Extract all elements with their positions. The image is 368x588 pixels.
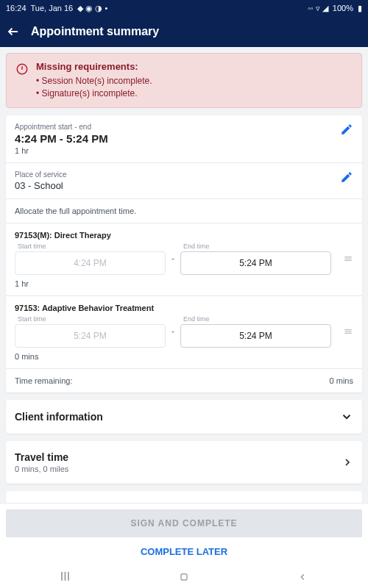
end-time-field[interactable]: 5:24 PM (180, 251, 331, 275)
service-title: 97153: Adaptive Behavior Treatment (15, 304, 353, 312)
dash: - (171, 254, 174, 264)
service-title: 97153(M): Direct Therapy (15, 231, 353, 240)
appointment-range: 4:24 PM - 5:24 PM (15, 132, 108, 145)
alert-item: • Session Note(s) incomplete. (36, 75, 152, 87)
appointment-duration: 1 hr (15, 146, 108, 155)
svg-rect-1 (181, 574, 187, 580)
arrow-left-icon (7, 25, 20, 38)
service-row: 97153: Adaptive Behavior Treatment Start… (6, 295, 362, 368)
pencil-icon (340, 123, 353, 136)
time-remaining-label: Time remaining: (15, 376, 72, 385)
pos-value: 03 - School (15, 180, 67, 191)
status-date: Tue, Jan 16 (31, 4, 74, 12)
status-battery: 100% (333, 4, 353, 12)
page-title: Appointment summary (31, 25, 159, 38)
client-info-title: Client information (15, 411, 103, 423)
appointment-range-label: Appointment start - end (15, 123, 108, 131)
back-button[interactable] (6, 24, 21, 39)
drag-handle-icon[interactable] (343, 254, 353, 264)
time-remaining-value: 0 mins (330, 376, 353, 385)
drag-handle-icon[interactable] (343, 326, 353, 337)
allocate-text: Allocate the full appointment time. (15, 207, 353, 215)
footer: SIGN AND COMPLETE COMPLETE LATER III (0, 503, 368, 588)
pos-label: Place of service (15, 171, 67, 179)
client-info-card[interactable]: Client information (6, 400, 362, 434)
start-time-field[interactable]: 4:24 PM (15, 251, 166, 275)
travel-title: Travel time (15, 451, 68, 463)
end-time-field[interactable]: 5:24 PM (180, 324, 331, 348)
chevron-right-icon (342, 456, 353, 468)
home-button[interactable] (179, 572, 189, 582)
android-status-bar: 16:24 Tue, Jan 16 ◆ ◉ ◑ • ◦◦ ▿ ◢ 100% ▮ (0, 0, 368, 16)
start-label: Start time (18, 243, 166, 250)
chevron-down-icon (340, 410, 353, 423)
back-nav-button[interactable] (297, 572, 308, 582)
status-signal-icon: ◦◦ ▿ ◢ (308, 4, 328, 13)
end-label: End time (183, 315, 331, 323)
status-app-icons: ◆ ◉ ◑ • (77, 4, 107, 13)
end-label: End time (183, 243, 331, 250)
alert-title: Missing requirements: (36, 61, 152, 72)
warning-icon (15, 62, 29, 100)
sign-complete-button: SIGN AND COMPLETE (6, 509, 362, 537)
service-duration: 0 mins (15, 352, 353, 361)
service-duration: 1 hr (15, 279, 353, 288)
edit-time-button[interactable] (340, 123, 353, 136)
dash: - (171, 326, 174, 337)
battery-icon: ▮ (358, 4, 362, 13)
recent-apps-button[interactable]: III (60, 570, 70, 584)
pencil-icon (340, 171, 353, 184)
start-label: Start time (18, 315, 166, 323)
missing-requirements-alert: Missing requirements: • Session Note(s) … (6, 53, 362, 108)
appointment-card: Appointment start - end 4:24 PM - 5:24 P… (6, 115, 362, 392)
status-time: 16:24 (6, 4, 26, 12)
start-time-field[interactable]: 5:24 PM (15, 324, 166, 348)
alert-item: • Signature(s) incomplete. (36, 87, 152, 100)
travel-time-card[interactable]: Travel time 0 mins, 0 miles (6, 441, 362, 484)
app-bar: Appointment summary (0, 16, 368, 47)
travel-sub: 0 mins, 0 miles (15, 465, 68, 473)
service-row: 97153(M): Direct Therapy Start time 4:24… (6, 223, 362, 295)
edit-pos-button[interactable] (340, 171, 353, 184)
complete-later-button[interactable]: COMPLETE LATER (6, 537, 362, 566)
android-nav-bar: III (6, 566, 362, 588)
